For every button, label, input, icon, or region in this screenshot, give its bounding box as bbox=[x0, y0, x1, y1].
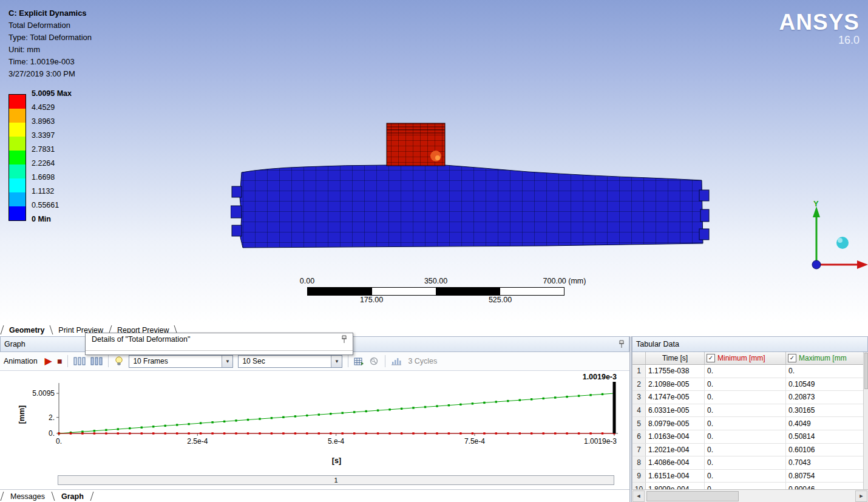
table-cell: 0.60106 bbox=[786, 444, 868, 456]
table-row[interactable]: 61.0163e-0040.0.50814 bbox=[632, 430, 868, 444]
corner-cell bbox=[632, 352, 646, 364]
cycles-label: 3 Cycles bbox=[408, 357, 437, 365]
result-info-lines: Total DeformationType: Total Deformation… bbox=[8, 19, 92, 80]
table-cell: 0. bbox=[705, 456, 786, 469]
update-contours-button[interactable] bbox=[112, 355, 126, 367]
table-cell: 1.4086e-004 bbox=[646, 456, 705, 469]
table-row[interactable]: 34.1747e-0050.0.20873 bbox=[632, 391, 868, 404]
tabular-rows: 11.1755e-0380.0.22.1098e-0050.0.1054934.… bbox=[632, 365, 868, 489]
scroll-right-button[interactable]: ► bbox=[855, 490, 867, 502]
svg-text:7.5e-4: 7.5e-4 bbox=[464, 437, 485, 446]
table-row[interactable]: 11.1755e-0380.0. bbox=[632, 365, 868, 378]
legend-color-band bbox=[9, 192, 25, 206]
svg-text:2.5e-4: 2.5e-4 bbox=[187, 437, 208, 446]
stop-button[interactable]: ■ bbox=[55, 356, 64, 366]
table-cell: 0. bbox=[705, 430, 786, 443]
legend-labels: 5.0095 Max4.45293.89633.33972.78312.2264… bbox=[32, 94, 98, 221]
tabular-vertical-scrollbar[interactable] bbox=[863, 352, 868, 489]
legend-color-band bbox=[9, 95, 25, 109]
pin-icon[interactable] bbox=[341, 335, 348, 344]
table-cell: 4.1747e-005 bbox=[646, 391, 705, 404]
result-sets-button[interactable] bbox=[88, 356, 105, 367]
toolbar-separator bbox=[348, 355, 348, 367]
tabular-horizontal-scrollbar: ◄ ► bbox=[632, 489, 868, 502]
scroll-left-button[interactable]: ◄ bbox=[632, 490, 645, 502]
table-cell: 3 bbox=[632, 391, 646, 404]
table-row[interactable]: 101.8009e-0040.0.90046 bbox=[632, 483, 868, 489]
result-info-title: C: Explicit Dynamics bbox=[8, 7, 92, 19]
scale-ruler: 0.00 350.00 700.00 (mm) 175.00 525.00 bbox=[307, 277, 565, 306]
model-viewport[interactable]: C: Explicit Dynamics Total DeformationTy… bbox=[0, 0, 868, 324]
table-cell: 1.6151e-004 bbox=[646, 470, 705, 483]
table-cell: 5 bbox=[632, 417, 646, 430]
tab-separator bbox=[90, 492, 93, 501]
table-row[interactable]: 22.1098e-0050.0.10549 bbox=[632, 378, 868, 392]
table-cell: 0.4049 bbox=[786, 417, 868, 430]
tab-separator bbox=[50, 325, 53, 334]
minimum-checkbox[interactable]: ✓ bbox=[707, 354, 715, 362]
frames-select[interactable]: 10 Frames ▼ bbox=[129, 355, 233, 368]
tab-separator bbox=[52, 492, 55, 501]
column-header-time: Time [s] bbox=[646, 352, 705, 364]
viewport-info-line: Time: 1.0019e-003 bbox=[8, 56, 92, 68]
tab-messages[interactable]: Messages bbox=[4, 492, 51, 501]
animation-timeline-slider[interactable]: 1 bbox=[58, 475, 614, 485]
chevron-down-icon[interactable]: ▼ bbox=[331, 356, 342, 367]
tab-graph[interactable]: Graph bbox=[55, 492, 90, 501]
table-cell: 0.10549 bbox=[786, 378, 868, 391]
scrollbar-thumb[interactable] bbox=[864, 353, 868, 389]
chevron-down-icon[interactable]: ▼ bbox=[222, 356, 232, 367]
scrollbar-thumb[interactable] bbox=[646, 491, 739, 501]
table-cell: 0. bbox=[786, 365, 868, 378]
table-row[interactable]: 71.2021e-0040.0.60106 bbox=[632, 444, 868, 457]
table-cell: 1 bbox=[632, 365, 646, 378]
deformed-mesh-model bbox=[231, 118, 710, 255]
tab-separator bbox=[1, 325, 4, 334]
animation-label: Animation bbox=[4, 357, 38, 365]
table-cell: 1.1755e-038 bbox=[646, 365, 705, 378]
table-cell: 0. bbox=[705, 470, 786, 483]
table-cell: 4 bbox=[632, 404, 646, 417]
viewport-info-line: Type: Total Deformation bbox=[8, 32, 92, 44]
legend-label: 0.55661 bbox=[32, 201, 59, 209]
duration-select[interactable]: 10 Sec ▼ bbox=[238, 355, 342, 368]
cycles-button[interactable] bbox=[388, 356, 404, 367]
table-cell: 0.7043 bbox=[786, 456, 868, 469]
details-popup-title: Details of "Total Deformation" bbox=[92, 335, 190, 344]
table-row[interactable]: 91.6151e-0040.0.80754 bbox=[632, 470, 868, 483]
table-cell: 8.0979e-005 bbox=[646, 417, 705, 430]
export-table-icon bbox=[354, 357, 364, 366]
table-row[interactable]: 58.0979e-0050.0.4049 bbox=[632, 417, 868, 430]
legend-color-band bbox=[9, 137, 25, 151]
table-row[interactable]: 46.0331e-0050.0.30165 bbox=[632, 404, 868, 418]
table-cell: 0. bbox=[705, 417, 786, 430]
table-cell: 0.20873 bbox=[786, 391, 868, 404]
table-row[interactable]: 81.4086e-0040.0.7043 bbox=[632, 456, 868, 470]
legend-label: 1.6698 bbox=[32, 173, 55, 181]
zoom-fit-button[interactable] bbox=[367, 356, 382, 367]
coordinate-triad[interactable]: Y bbox=[789, 199, 868, 272]
table-cell: 0. bbox=[705, 444, 786, 456]
viewport-info-line: Total Deformation bbox=[8, 19, 92, 32]
ansys-logo: ANSYS 16.0 bbox=[779, 11, 860, 46]
column-header-minimum: ✓ Minimum [mm] bbox=[705, 352, 786, 364]
frames-icon bbox=[73, 357, 86, 366]
scale-bar bbox=[307, 287, 565, 296]
tab-geometry[interactable]: Geometry bbox=[4, 326, 49, 334]
export-video-button[interactable] bbox=[351, 356, 367, 367]
table-cell: 6 bbox=[632, 430, 646, 443]
play-icon: ▶ bbox=[45, 356, 52, 366]
toolbar-separator bbox=[108, 355, 109, 367]
maximum-checkbox[interactable]: ✓ bbox=[788, 354, 796, 362]
table-cell: 9 bbox=[632, 470, 646, 483]
tab-separator bbox=[1, 492, 4, 501]
pin-icon[interactable] bbox=[618, 340, 625, 348]
table-cell: 10 bbox=[632, 483, 646, 489]
distributed-frames-button[interactable] bbox=[71, 356, 88, 367]
legend-color-band bbox=[9, 178, 25, 192]
ansys-logo-text: ANSYS bbox=[779, 11, 860, 34]
play-button[interactable]: ▶ bbox=[42, 356, 55, 367]
table-cell: 0.90046 bbox=[786, 483, 868, 489]
table-cell: 7 bbox=[632, 444, 646, 456]
table-cell: 1.8009e-004 bbox=[646, 483, 705, 489]
